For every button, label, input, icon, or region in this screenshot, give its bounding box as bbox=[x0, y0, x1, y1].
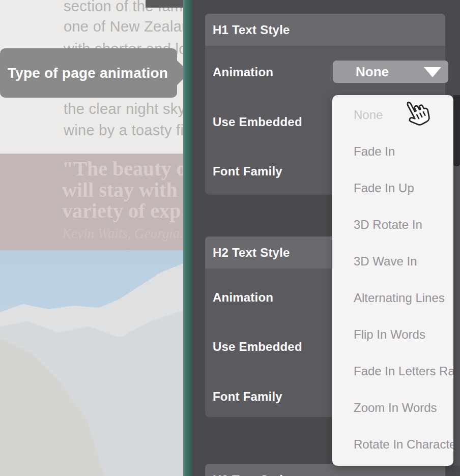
label-use-embedded: Use Embedded bbox=[213, 114, 302, 130]
quote-attribution: Kevin Waits, Georgia. bbox=[62, 226, 183, 242]
animation-options-menu: None Fade In Fade In Up 3D Rotate In 3D … bbox=[332, 95, 453, 466]
animation-dropdown-button[interactable]: None bbox=[333, 61, 448, 83]
mountain-photo bbox=[0, 250, 183, 476]
menu-item-zoom-in-words[interactable]: Zoom In Words bbox=[332, 390, 453, 426]
preview-text-line: one of New Zealan bbox=[64, 18, 183, 35]
preview-text-line: wine by a toasty fir bbox=[64, 122, 183, 139]
tooltip-type-of-page-animation: Type of page animation bbox=[0, 48, 177, 98]
section-title: H3 Text Style bbox=[213, 473, 290, 476]
tooltip-label: Type of page animation bbox=[8, 65, 168, 81]
menu-item-3d-rotate-in[interactable]: 3D Rotate In bbox=[332, 206, 453, 243]
app-window: section of the fame one of New Zealan wi… bbox=[0, 0, 460, 476]
animation-dropdown-value: None bbox=[333, 61, 412, 83]
quote-section: "The beauty o will stay with variety of … bbox=[0, 154, 183, 250]
accent-divider bbox=[183, 0, 192, 476]
menu-item-fade-in[interactable]: Fade In bbox=[332, 133, 453, 170]
label-use-embedded: Use Embedded bbox=[213, 339, 302, 354]
menu-item-3d-wave-in[interactable]: 3D Wave In bbox=[332, 243, 453, 280]
panel-scrollbar bbox=[453, 95, 460, 466]
menu-item-fade-in-letters-randomly[interactable]: Fade In Letters Ra bbox=[332, 353, 453, 390]
scrollbar-thumb[interactable] bbox=[453, 95, 460, 166]
menu-item-flip-in-words[interactable]: Flip In Words bbox=[332, 316, 453, 353]
quote-text-line: will stay with bbox=[62, 180, 178, 201]
section-header: H1 Text Style bbox=[205, 14, 445, 46]
chevron-down-icon bbox=[424, 67, 441, 77]
quote-text-line: variety of exp bbox=[62, 200, 181, 222]
label-animation: Animation bbox=[213, 290, 273, 305]
section-title: H2 Text Style bbox=[213, 246, 290, 260]
menu-item-none[interactable]: None bbox=[332, 97, 453, 133]
site-preview: section of the fame one of New Zealan wi… bbox=[0, 0, 183, 476]
section-title: H1 Text Style bbox=[213, 23, 290, 37]
menu-item-rotate-in-characters[interactable]: Rotate In Characte bbox=[332, 426, 453, 463]
quote-text-line: "The beauty o bbox=[62, 158, 183, 180]
tooltip-arrow-icon bbox=[177, 61, 183, 85]
label-font-family: Font Family bbox=[213, 389, 282, 404]
menu-item-alternating-lines[interactable]: Alternating Lines bbox=[332, 280, 453, 316]
preview-text-line: the clear night sky. bbox=[64, 100, 183, 117]
menu-item-fade-in-up[interactable]: Fade In Up bbox=[332, 170, 453, 206]
label-animation: Animation bbox=[213, 65, 273, 80]
overlay-fragment bbox=[146, 0, 183, 8]
label-font-family: Font Family bbox=[213, 164, 282, 179]
